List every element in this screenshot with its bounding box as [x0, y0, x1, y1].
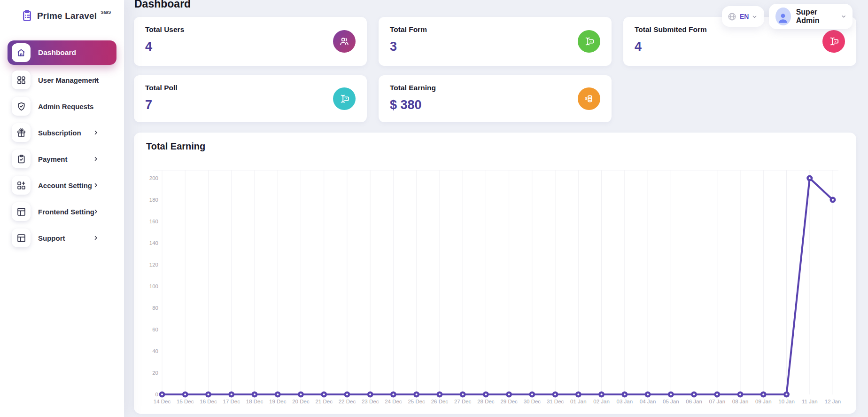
- language-code: EN: [740, 13, 749, 20]
- chevron-right-icon: [93, 130, 99, 135]
- stat-label: Total Users: [145, 25, 184, 34]
- sidebar: Prime Laravel SaaS Dashboard User Manage…: [0, 0, 124, 417]
- svg-text:15 Dec: 15 Dec: [177, 399, 194, 404]
- sidebar-item-admin-requests[interactable]: Admin Requests: [8, 93, 116, 119]
- sidebar-item-dashboard[interactable]: Dashboard: [8, 40, 116, 65]
- svg-text:12 Jan: 12 Jan: [825, 399, 841, 404]
- svg-text:01 Jan: 01 Jan: [570, 399, 587, 404]
- chevron-right-icon: [93, 182, 99, 188]
- coins-icon: $: [578, 87, 600, 110]
- earning-line-chart[interactable]: 02040608010012014016018020014 Dec15 Dec1…: [134, 133, 856, 414]
- globe-icon: [728, 12, 736, 21]
- svg-text:05 Jan: 05 Jan: [663, 399, 679, 404]
- chevron-down-icon: [841, 14, 846, 19]
- sidebar-item-label: Subscription: [38, 129, 81, 137]
- svg-text:20 Dec: 20 Dec: [292, 399, 310, 404]
- page-title: Dashboard: [134, 0, 191, 10]
- svg-text:60: 60: [152, 327, 158, 332]
- svg-text:28 Dec: 28 Dec: [477, 399, 495, 404]
- form-input-icon: [822, 30, 845, 53]
- svg-text:29 Dec: 29 Dec: [500, 399, 518, 404]
- stat-value: 7: [145, 98, 152, 112]
- grid-icon: [12, 71, 31, 89]
- gift-icon: [12, 123, 31, 142]
- sidebar-item-frontend-setting[interactable]: Frontend Setting: [8, 198, 116, 225]
- svg-text:31 Dec: 31 Dec: [547, 399, 564, 404]
- sidebar-item-label: Account Setting: [38, 181, 92, 189]
- svg-text:16 Dec: 16 Dec: [200, 399, 217, 404]
- chevron-right-icon: [93, 209, 99, 214]
- sidebar-item-label: Admin Requests: [38, 102, 93, 110]
- stat-label: Total Form: [390, 25, 427, 34]
- stat-value: 4: [145, 39, 152, 54]
- svg-text:04 Jan: 04 Jan: [640, 399, 656, 404]
- svg-text:0: 0: [155, 392, 158, 397]
- clipboard-logo-icon: [21, 9, 33, 22]
- sidebar-item-account-setting[interactable]: Account Setting: [8, 172, 116, 198]
- stat-value: 4: [635, 39, 642, 54]
- svg-text:23 Dec: 23 Dec: [362, 399, 379, 404]
- layout-icon: [12, 228, 31, 247]
- language-selector[interactable]: EN: [722, 6, 764, 27]
- svg-text:17 Dec: 17 Dec: [223, 399, 240, 404]
- svg-text:200: 200: [149, 175, 158, 181]
- svg-text:80: 80: [152, 305, 158, 311]
- brand-logo[interactable]: Prime Laravel SaaS: [21, 9, 111, 22]
- form-input-icon: [333, 87, 356, 110]
- form-input-icon: [578, 30, 600, 53]
- user-menu[interactable]: Super Admin: [769, 4, 852, 29]
- svg-text:18 Dec: 18 Dec: [246, 399, 264, 404]
- svg-text:11 Jan: 11 Jan: [802, 399, 818, 404]
- sidebar-item-support[interactable]: Support: [8, 225, 116, 251]
- svg-text:24 Dec: 24 Dec: [385, 399, 402, 404]
- svg-text:09 Jan: 09 Jan: [755, 399, 772, 404]
- svg-text:26 Dec: 26 Dec: [431, 399, 449, 404]
- avatar-person-icon: [777, 12, 789, 24]
- grid-plus-icon: [12, 176, 31, 195]
- stat-value: $ 380: [390, 98, 422, 112]
- svg-text:27 Dec: 27 Dec: [454, 399, 472, 404]
- brand-badge: SaaS: [101, 10, 111, 15]
- svg-text:20: 20: [152, 370, 158, 376]
- svg-text:160: 160: [149, 219, 158, 224]
- home-icon: [12, 43, 31, 62]
- sidebar-item-label: Payment: [38, 155, 68, 163]
- svg-text:40: 40: [152, 348, 158, 354]
- svg-text:07 Jan: 07 Jan: [709, 399, 726, 404]
- svg-text:180: 180: [149, 197, 158, 203]
- svg-text:21 Dec: 21 Dec: [315, 399, 333, 404]
- svg-text:140: 140: [149, 240, 158, 246]
- stat-card-total-users: Total Users 4: [134, 17, 367, 66]
- svg-text:$: $: [585, 96, 588, 101]
- sidebar-item-label: Support: [38, 234, 65, 242]
- stat-label: Total Poll: [145, 84, 178, 92]
- sidebar-item-payment[interactable]: Payment: [8, 146, 116, 172]
- user-name: Super Admin: [796, 8, 836, 25]
- sidebar-nav: User Management Admin Requests Subscript…: [8, 67, 116, 251]
- stat-value: 3: [390, 39, 397, 54]
- svg-text:120: 120: [149, 262, 158, 268]
- svg-text:02 Jan: 02 Jan: [593, 399, 610, 404]
- users-icon: [333, 30, 356, 53]
- svg-text:03 Jan: 03 Jan: [617, 399, 633, 404]
- chevron-right-icon: [93, 77, 99, 83]
- sidebar-item-label: User Management: [38, 76, 99, 84]
- svg-text:30 Dec: 30 Dec: [524, 399, 541, 404]
- chevron-down-icon: [752, 14, 757, 19]
- svg-text:06 Jan: 06 Jan: [686, 399, 702, 404]
- svg-text:25 Dec: 25 Dec: [408, 399, 425, 404]
- layout-icon: [12, 202, 31, 221]
- sidebar-item-subscription[interactable]: Subscription: [8, 119, 116, 146]
- stat-label: Total Submited Form: [635, 25, 707, 34]
- sidebar-item-label: Frontend Setting: [38, 208, 94, 216]
- sidebar-item-user-management[interactable]: User Management: [8, 67, 116, 93]
- svg-text:08 Jan: 08 Jan: [732, 399, 749, 404]
- svg-text:19 Dec: 19 Dec: [269, 399, 287, 404]
- stat-label: Total Earning: [390, 84, 436, 92]
- svg-text:10 Jan: 10 Jan: [778, 399, 795, 404]
- svg-text:22 Dec: 22 Dec: [339, 399, 356, 404]
- svg-text:100: 100: [149, 283, 158, 289]
- sidebar-item-label: Dashboard: [38, 48, 76, 57]
- svg-text:14 Dec: 14 Dec: [154, 399, 171, 404]
- stat-card-total-poll: Total Poll 7: [134, 75, 367, 122]
